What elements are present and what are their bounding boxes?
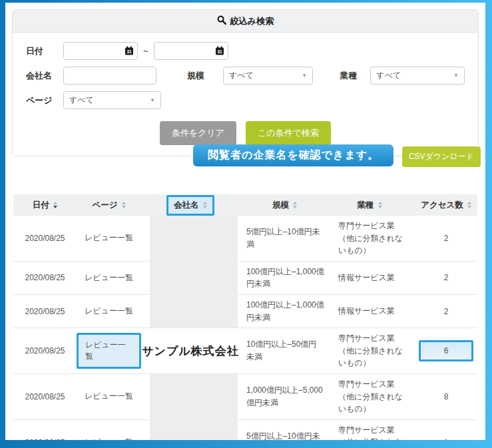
company-cell xyxy=(141,374,240,419)
filter-panel-header: 絞込み検索 xyxy=(13,10,478,33)
page-value: レビュー一覧 xyxy=(85,232,133,244)
company-column-tooltip: 閲覧者の企業名を確認できます。 xyxy=(193,144,393,166)
sort-icon[interactable] xyxy=(467,202,471,208)
table-row: 2020/08/25 レビュー一覧 1,000億円以上–5,000億円未満 専門… xyxy=(13,373,477,419)
svg-text:31: 31 xyxy=(217,49,222,54)
scale-select-value: すべて xyxy=(229,70,254,81)
access-count-cell: 2 xyxy=(409,295,483,328)
industry-cell: 情報サービス業 xyxy=(330,262,409,294)
company-name: サンプル株式会社 xyxy=(142,343,239,359)
redacted-company-block xyxy=(150,294,238,328)
page-frame: 絞込み検索 日付 31 ~ 31 xyxy=(0,0,492,448)
access-count-value: 2 xyxy=(444,273,449,282)
date-cell: 2020/08/25 xyxy=(13,420,77,440)
column-header-access-count[interactable]: アクセス数 xyxy=(409,200,483,211)
chevron-down-icon: ▼ xyxy=(150,97,155,103)
page-value: レビュー一覧 xyxy=(85,391,133,402)
calendar-icon[interactable]: 31 xyxy=(215,46,224,58)
scale-cell: 10億円以上–50億円未満 xyxy=(240,328,330,373)
page-content: 絞込み検索 日付 31 ~ 31 xyxy=(5,3,485,440)
calendar-icon[interactable]: 31 xyxy=(124,46,134,58)
date-cell: 2020/08/25 xyxy=(13,262,77,294)
table-row: 2020/08/25 レビュー一覧 100億円以上–1,000億円未満 情報サー… xyxy=(13,294,477,328)
access-count-cell: 2 xyxy=(409,262,483,294)
page-select[interactable]: すべて ▼ xyxy=(63,91,161,109)
date-label: 日付 xyxy=(26,45,63,57)
svg-text:31: 31 xyxy=(126,49,132,54)
table-row: 2020/08/25 レビュー一覧 5億円以上–10億円未満 専門サービス業（他… xyxy=(13,216,477,261)
table-row: 2020/08/25 レビュー一覧 サンプル株式会社 10億円以上–50億円未満… xyxy=(13,328,477,373)
scale-cell: 5億円以上–10億円未満 xyxy=(240,420,330,440)
table-header-row: 日付 ページ 会社名 規模 業種 xyxy=(13,194,477,216)
access-count-cell: 1 xyxy=(409,420,483,440)
scale-select[interactable]: すべて ▼ xyxy=(223,67,313,85)
date-from-wrap: 31 xyxy=(63,42,138,60)
access-count-value: 1 xyxy=(444,438,449,440)
page-value: レビュー一覧 xyxy=(85,272,133,284)
filter-buttons: 条件をクリア この条件で検索 xyxy=(26,121,465,145)
industry-cell: 専門サービス業（他に分類されないもの） xyxy=(330,216,409,261)
scale-cell: 5億円以上–10億円未満 xyxy=(240,216,330,261)
sort-icon[interactable] xyxy=(378,202,382,208)
redacted-company-block xyxy=(150,374,238,419)
sort-icon[interactable] xyxy=(122,202,126,208)
industry-cell: 情報サービス業 xyxy=(330,295,409,328)
column-header-company[interactable]: 会社名 xyxy=(141,195,240,216)
scale-cell: 100億円以上–1,000億円未満 xyxy=(240,262,330,294)
page-cell: レビュー一覧 xyxy=(77,262,141,294)
page-select-value: すべて xyxy=(69,95,94,106)
industry-cell: 専門サービス業（他に分類されないもの） xyxy=(330,374,409,419)
sort-icon[interactable] xyxy=(53,202,57,208)
date-to-wrap: 31 xyxy=(154,42,228,60)
access-count-value: 2 xyxy=(444,307,449,316)
industry-select[interactable]: すべて ▼ xyxy=(370,67,465,85)
page-cell: レビュー一覧 xyxy=(77,328,141,373)
company-cell xyxy=(141,262,240,294)
company-name-input[interactable] xyxy=(63,67,156,85)
scale-label: 規模 xyxy=(187,70,223,82)
company-label: 会社名 xyxy=(26,70,63,82)
page-value: レビュー一覧 xyxy=(85,437,133,440)
filter-panel-title: 絞込み検索 xyxy=(230,15,274,27)
page-value: レビュー一覧 xyxy=(85,306,133,317)
csv-download-button[interactable]: CSVダウンロード xyxy=(402,146,481,167)
company-header-highlight-box: 会社名 xyxy=(166,195,214,216)
table-body: 2020/08/25 レビュー一覧 5億円以上–10億円未満 専門サービス業（他… xyxy=(13,216,477,440)
column-header-date[interactable]: 日付 xyxy=(13,200,77,211)
access-count-cell: 6 xyxy=(409,328,483,373)
sort-icon[interactable] xyxy=(293,202,297,208)
industry-cell: 専門サービス業（他に分類されないもの） xyxy=(330,328,409,373)
clear-conditions-button[interactable]: 条件をクリア xyxy=(160,121,236,145)
chevron-down-icon: ▼ xyxy=(453,73,459,79)
page-cell: レビュー一覧 xyxy=(77,295,141,328)
filter-row-page: ページ すべて ▼ xyxy=(26,91,465,109)
date-cell: 2020/08/25 xyxy=(13,216,77,261)
scale-cell: 1,000億円以上–5,000億円未満 xyxy=(240,374,330,419)
access-count-value: 8 xyxy=(444,392,449,401)
date-range-separator: ~ xyxy=(143,46,148,56)
search-with-conditions-button[interactable]: この条件で検索 xyxy=(246,121,331,145)
redacted-company-block xyxy=(150,216,238,261)
date-cell: 2020/08/25 xyxy=(13,328,77,373)
access-count-value: 2 xyxy=(444,234,449,243)
page-cell: レビュー一覧 xyxy=(77,420,141,440)
access-log-table: 日付 ページ 会社名 規模 業種 xyxy=(13,194,477,440)
page-value: レビュー一覧 xyxy=(77,333,141,369)
chevron-down-icon: ▼ xyxy=(302,73,307,79)
company-cell: サンプル株式会社 xyxy=(141,328,240,373)
column-header-page[interactable]: ページ xyxy=(77,200,141,211)
redacted-company-block xyxy=(150,419,238,440)
redacted-company-block xyxy=(150,261,238,294)
column-header-industry[interactable]: 業種 xyxy=(330,200,409,211)
industry-cell: 専門サービス業（他に分類されないもの） xyxy=(330,420,409,440)
column-header-scale[interactable]: 規模 xyxy=(240,200,330,211)
sort-icon[interactable] xyxy=(203,202,207,208)
filter-panel-body: 日付 31 ~ 31 xyxy=(13,33,478,156)
filter-row-date: 日付 31 ~ 31 xyxy=(26,42,465,60)
company-cell xyxy=(141,420,240,440)
page-label: ページ xyxy=(26,95,63,107)
company-cell xyxy=(141,216,240,261)
scale-cell: 100億円以上–1,000億円未満 xyxy=(240,295,330,328)
access-count-cell: 2 xyxy=(409,216,483,261)
table-row: 2020/08/25 レビュー一覧 5億円以上–10億円未満 専門サービス業（他… xyxy=(13,419,477,440)
